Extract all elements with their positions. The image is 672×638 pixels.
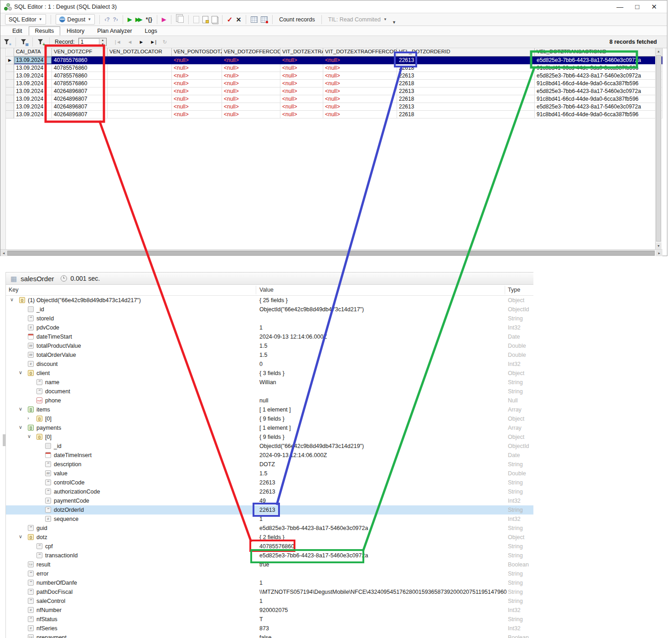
tree-row[interactable]: “”controlCode22613String	[6, 478, 533, 487]
grid-cell[interactable]: 40264896807	[52, 95, 108, 103]
tree-row[interactable]: T/FresulttrueBoolean	[6, 560, 533, 569]
grid-column-header[interactable]: VIT_DOTZEXTRA	[280, 48, 323, 57]
tree-row[interactable]: ∨{}client{ 3 fields }Object	[6, 369, 533, 378]
grid-cell[interactable]: 22618	[397, 111, 535, 118]
grid-cell[interactable]: 40785576860	[52, 64, 108, 72]
grid-cell[interactable]: 22613	[397, 72, 535, 80]
expander-open-icon[interactable]: ∨	[19, 424, 22, 430]
grid-cell[interactable]: 22613	[397, 87, 535, 95]
tree-row[interactable]: ∨[]items[ 1 element ]Array	[6, 405, 533, 414]
prior-record-icon[interactable]: ◄	[128, 39, 133, 45]
rollback-icon[interactable]: ✕	[236, 16, 241, 23]
grid-cell[interactable]: 13.09.2024	[14, 87, 52, 95]
grid-cell[interactable]: <null>	[222, 103, 280, 111]
scroll-up-icon[interactable]: ▲	[656, 48, 662, 55]
execute-all-icon[interactable]: ▶▶	[135, 16, 141, 22]
edit-record-icon[interactable]	[202, 16, 208, 23]
grid-view-icon[interactable]	[261, 16, 268, 23]
tree-row[interactable]: nullphonenullNull	[6, 396, 533, 405]
grid-cell[interactable]: <null>	[172, 64, 222, 72]
filter-add-icon[interactable]	[38, 39, 44, 45]
grid-cell[interactable]	[108, 64, 172, 72]
next-record-icon[interactable]: ►	[139, 39, 144, 45]
transaction-isolation-dropdown[interactable]: TIL: Read Commited ▼	[326, 16, 389, 23]
table-row[interactable]: 13.09.202440264896807<null><null><null><…	[6, 95, 662, 103]
grid-cell[interactable]: 22613	[397, 57, 535, 64]
export-record-icon[interactable]	[193, 16, 199, 23]
grid-cell[interactable]: 91c8bd41-66cd-44de-9da0-6cca387fb596	[535, 80, 662, 87]
horizontal-scrollbar[interactable]: ◄ ►	[0, 249, 662, 256]
tab-plan-analyzer[interactable]: Plan Analyzer	[91, 26, 138, 36]
expander-open-icon[interactable]: ∨	[19, 406, 22, 412]
grid-cell[interactable]: <null>	[222, 64, 280, 72]
grid-cell[interactable]: e5d825e3-7bb6-4423-8a17-5460e3c0972a	[535, 57, 662, 64]
run-procedure-icon[interactable]: ▶	[162, 16, 166, 22]
tree-row[interactable]: ∨{}[0]{ 9 fields }Object	[6, 432, 533, 442]
tree-row[interactable]: #paymentCode49Int32	[6, 496, 533, 505]
tree-row[interactable]: dateTimeInsert2024-09-13 12:14:06.000ZDa…	[6, 451, 533, 460]
grid-cell[interactable]: <null>	[280, 87, 323, 95]
table-row[interactable]: 13.09.202440264896807<null><null><null><…	[6, 103, 662, 111]
form-view-icon[interactable]	[251, 16, 258, 23]
expander-open-icon[interactable]: ∨	[27, 433, 31, 439]
record-input[interactable]: 1 ▲▼	[78, 38, 107, 46]
grid-cell[interactable]: <null>	[172, 95, 222, 103]
grid-cell[interactable]: <null>	[172, 72, 222, 80]
query-back-icon[interactable]: ‹?	[104, 16, 109, 23]
grid-cell[interactable]: 91c8bd41-66cd-44de-9da0-6cca387fb596	[535, 95, 662, 103]
duplicate-record-icon[interactable]	[212, 16, 217, 23]
last-record-icon[interactable]: ►|	[150, 39, 156, 45]
grid-column-header[interactable]: VEN_DOTZOFFERCODE	[222, 48, 280, 57]
tree-row[interactable]: _idObjectId("66e42c9b8d49db473c14d219")O…	[6, 442, 533, 451]
grid-cell[interactable]: <null>	[222, 95, 280, 103]
tree-row[interactable]: ∨{}(1) ObjectId("66e42c9b8d49db473c14d21…	[6, 296, 533, 305]
grid-cell[interactable]: <null>	[323, 95, 397, 103]
tree-row[interactable]: ∨[]payments[ 1 element ]Array	[6, 423, 533, 432]
toolbar-overflow-icon[interactable]: ▼	[392, 20, 396, 25]
grid-cell[interactable]: 91c8bd41-66cd-44de-9da0-6cca387fb596	[535, 64, 662, 72]
table-row[interactable]: 13.09.202440785576860<null><null><null><…	[6, 80, 662, 87]
tree-row[interactable]: ∨{}dotz{ 2 fields }Object	[6, 533, 533, 542]
grid-column-header[interactable]: VEN_DOTZCPF	[52, 48, 108, 57]
tree-row[interactable]: “”nfStatusTString	[6, 615, 533, 624]
tree-row[interactable]: _idObjectId("66e42c9b8d49db473c14d217")O…	[6, 305, 533, 314]
grid-cell[interactable]	[108, 80, 172, 87]
grid-cell[interactable]: 13.09.2024	[14, 103, 52, 111]
grid-cell[interactable]: e5d825e3-7bb6-4423-8a17-5460e3c0972a	[535, 103, 662, 111]
tree-row[interactable]: “”descriptionDOTZString	[6, 460, 533, 469]
grid-column-header[interactable]: VEL_DOTZTRANSACTIONID	[535, 48, 662, 57]
vertical-scrollbar[interactable]: ▲ ▼	[655, 48, 662, 249]
grid-cell[interactable]: 22618	[397, 80, 535, 87]
grid-cell[interactable]: <null>	[280, 64, 323, 72]
grid-cell[interactable]: <null>	[172, 80, 222, 87]
database-select-button[interactable]: Degust ▼	[56, 14, 95, 25]
tree-row[interactable]: “”saleControl1String	[6, 597, 533, 606]
expander-open-icon[interactable]: ∨	[19, 534, 22, 540]
grid-cell[interactable]: <null>	[172, 111, 222, 118]
grid-cell[interactable]	[108, 72, 172, 80]
tree-row[interactable]: #pdvCode1Int32	[6, 323, 533, 332]
grid-cell[interactable]: e5d825e3-7bb6-4423-8a17-5460e3c0972a	[535, 72, 662, 80]
value-column-header[interactable]: Value	[259, 287, 274, 293]
grid-cell[interactable]: <null>	[280, 103, 323, 111]
grid-cell[interactable]: <null>	[222, 57, 280, 64]
grid-cell[interactable]: <null>	[172, 103, 222, 111]
grid-column-header[interactable]: CAI_DATA	[14, 48, 52, 57]
grid-cell[interactable]: 13.09.2024	[14, 72, 52, 80]
grid-cell[interactable]: 40785576860	[52, 72, 108, 80]
grid-cell[interactable]: 91c8bd41-66cd-44de-9da0-6cca387fb596	[535, 111, 662, 118]
grid-cell[interactable]: <null>	[280, 95, 323, 103]
tree-row[interactable]: #discount0Int32	[6, 360, 533, 369]
expander-closed-icon[interactable]: ›	[27, 415, 29, 421]
tree-row[interactable]: “”transactionIde5d825e3-7bb6-4423-8a17-5…	[6, 551, 533, 560]
key-column-header[interactable]: Key	[9, 287, 19, 293]
grid-cell[interactable]: <null>	[222, 87, 280, 95]
minimize-button[interactable]: —	[616, 3, 623, 10]
expander-open-icon[interactable]: ∨	[10, 297, 14, 303]
tree-row[interactable]: ›{}[0]{ 9 fields }Object	[6, 414, 533, 423]
grid-cell[interactable]: 40264896807	[52, 103, 108, 111]
tree-row[interactable]: “”nameWillianString	[6, 378, 533, 387]
grid-cell[interactable]: <null>	[323, 57, 397, 64]
tree-row[interactable]: “”authorizationCode22613String	[6, 487, 533, 496]
tab-results[interactable]: Results	[29, 26, 61, 36]
